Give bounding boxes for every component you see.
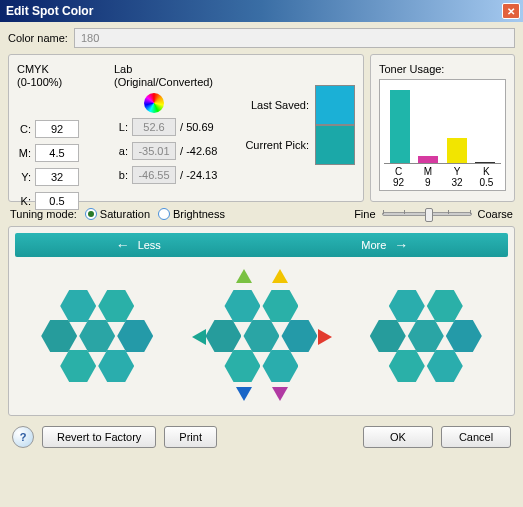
tuning-saturation-radio[interactable]: Saturation bbox=[85, 208, 150, 220]
arrow-left-icon bbox=[116, 237, 130, 253]
slider-thumb[interactable] bbox=[425, 208, 433, 222]
lab-l-converted: 50.69 bbox=[186, 121, 214, 133]
less-button[interactable]: Less bbox=[15, 237, 262, 253]
toner-usage-chart: C92 M9 Y32 K0.5 bbox=[379, 79, 506, 191]
current-pick-label: Current Pick: bbox=[243, 139, 309, 151]
coarse-label: Coarse bbox=[478, 208, 513, 220]
ok-button[interactable]: OK bbox=[363, 426, 433, 448]
lab-l-label: L: bbox=[114, 121, 128, 133]
color-name-label: Color name: bbox=[8, 32, 68, 44]
color-values-panel: CMYK (0-100%) C: M: Y: bbox=[8, 54, 364, 202]
hex-cluster-center[interactable] bbox=[196, 271, 326, 401]
last-saved-swatch bbox=[315, 85, 355, 125]
toner-usage-title: Toner Usage: bbox=[379, 63, 506, 75]
cmyk-k-input[interactable] bbox=[35, 192, 79, 210]
cmyk-y-input[interactable] bbox=[35, 168, 79, 186]
lab-a-original bbox=[132, 142, 176, 160]
cmyk-y-label: Y: bbox=[17, 171, 31, 183]
cmyk-header: CMYK (0-100%) bbox=[17, 63, 79, 89]
hex-cluster-more[interactable] bbox=[361, 271, 491, 401]
current-pick-swatch bbox=[315, 125, 355, 165]
fine-label: Fine bbox=[354, 208, 375, 220]
lab-b-converted: -24.13 bbox=[186, 169, 217, 181]
tuning-brightness-radio[interactable]: Brightness bbox=[158, 208, 225, 220]
cancel-button[interactable]: Cancel bbox=[441, 426, 511, 448]
color-picker-panel: Less More bbox=[8, 226, 515, 416]
arrow-magenta-icon[interactable] bbox=[272, 387, 288, 401]
lab-a-label: a: bbox=[114, 145, 128, 157]
lab-b-label: b: bbox=[114, 169, 128, 181]
toner-bar-c bbox=[390, 90, 410, 163]
arrow-yellow-icon[interactable] bbox=[272, 269, 288, 283]
last-saved-label: Last Saved: bbox=[243, 99, 309, 111]
toner-usage-panel: Toner Usage: C92 M9 Y32 K0.5 bbox=[370, 54, 515, 202]
lab-b-original bbox=[132, 166, 176, 184]
lab-l-original bbox=[132, 118, 176, 136]
less-more-bar: Less More bbox=[15, 233, 508, 257]
print-button[interactable]: Print bbox=[164, 426, 217, 448]
revert-to-factory-button[interactable]: Revert to Factory bbox=[42, 426, 156, 448]
toner-bar-m bbox=[418, 156, 438, 163]
more-button[interactable]: More bbox=[262, 237, 509, 253]
lab-a-converted: -42.68 bbox=[186, 145, 217, 157]
arrow-right-icon bbox=[394, 237, 408, 253]
color-name-input[interactable] bbox=[74, 28, 515, 48]
titlebar: Edit Spot Color ✕ bbox=[0, 0, 523, 22]
arrow-cyan-icon[interactable] bbox=[192, 329, 206, 345]
window-title: Edit Spot Color bbox=[6, 4, 502, 18]
toner-bar-labels: C92 M9 Y32 K0.5 bbox=[384, 166, 501, 188]
fine-coarse-slider[interactable] bbox=[382, 212, 472, 216]
cmyk-c-input[interactable] bbox=[35, 120, 79, 138]
toner-bar-y bbox=[447, 138, 467, 163]
arrow-blue-icon[interactable] bbox=[236, 387, 252, 401]
cmyk-m-label: M: bbox=[17, 147, 31, 159]
arrow-green-icon[interactable] bbox=[236, 269, 252, 283]
help-button[interactable]: ? bbox=[12, 426, 34, 448]
lab-header: Lab (Original/Converted) bbox=[114, 63, 217, 89]
close-button[interactable]: ✕ bbox=[502, 3, 520, 19]
cmyk-k-label: K: bbox=[17, 195, 31, 207]
hex-cluster-less[interactable] bbox=[32, 271, 162, 401]
arrow-red-icon[interactable] bbox=[318, 329, 332, 345]
colorwheel-icon bbox=[144, 93, 164, 113]
toner-bar-k bbox=[475, 162, 495, 163]
cmyk-m-input[interactable] bbox=[35, 144, 79, 162]
cmyk-c-label: C: bbox=[17, 123, 31, 135]
